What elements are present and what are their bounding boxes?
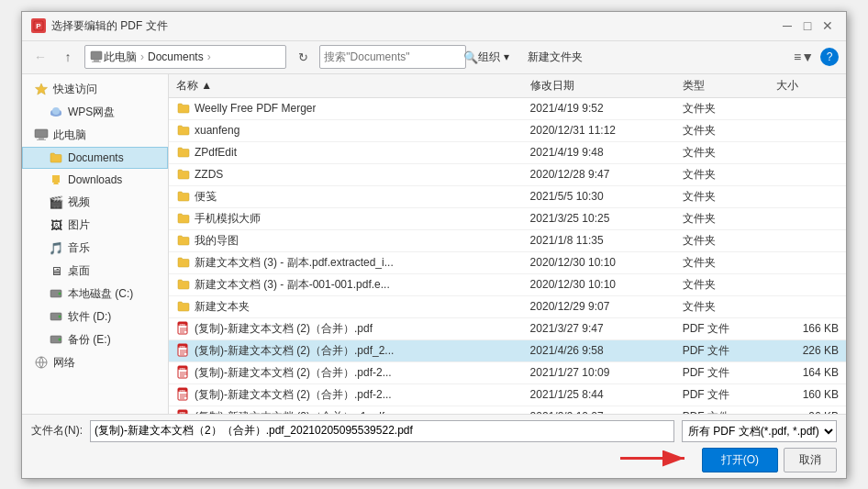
cell-date: 2021/4/19 9:48 — [523, 141, 675, 163]
maximize-button[interactable]: □ — [798, 17, 817, 35]
cell-type: PDF 文件 — [675, 361, 769, 383]
table-row[interactable]: 手机模拟大师2021/3/25 10:25文件夹 — [169, 207, 846, 229]
sidebar-item-network[interactable]: 网络 — [22, 351, 168, 374]
sidebar-item-software-d[interactable]: 软件 (D:) — [22, 306, 168, 328]
svg-rect-10 — [35, 129, 48, 138]
table-row[interactable]: 我的导图2021/1/8 11:35文件夹 — [169, 229, 846, 251]
svg-point-9 — [52, 107, 60, 115]
svg-point-16 — [59, 316, 61, 318]
folder-icon — [176, 255, 191, 270]
svg-rect-12 — [37, 139, 46, 140]
sidebar-item-videos[interactable]: 🎬视频 — [22, 191, 168, 214]
folder-icon — [176, 233, 191, 248]
sidebar-label-local-c: 本地磁盘 (C:) — [68, 286, 133, 302]
help-button[interactable]: ? — [820, 48, 839, 66]
sidebar-item-pictures[interactable]: 🖼图片 — [22, 214, 168, 237]
folder-icon — [176, 145, 191, 160]
sidebar-item-wps-cloud[interactable]: WPS网盘 — [22, 101, 168, 124]
new-folder-button[interactable]: 新建文件夹 — [521, 47, 589, 68]
cell-name: PDF(复制)-新建文本文档 (2)（合并）_1.pdf — [169, 406, 523, 414]
cell-name: PDF(复制)-新建文本文档 (2)（合并）.pdf_2... — [169, 339, 523, 361]
cell-size — [769, 207, 846, 229]
open-button[interactable]: 打开(O) — [702, 448, 778, 472]
cell-date: 2021/4/19 9:52 — [523, 97, 675, 119]
minimize-button[interactable]: ─ — [778, 17, 796, 35]
cell-name: PDF(复制)-新建文本文档 (2)（合并）.pdf-2... — [169, 361, 523, 383]
sidebar-label-backup-e: 备份 (E:) — [68, 332, 111, 348]
sidebar-label-videos: 视频 — [68, 194, 90, 210]
col-name[interactable]: 名称 ▲ — [169, 74, 523, 98]
table-row[interactable]: PDF(复制)-新建文本文档 (2)（合并）.pdf_2...2021/4/26… — [169, 339, 846, 361]
table-row[interactable]: 新建文本文档 (3) - 副本-001-001.pdf.e...2020/12/… — [169, 273, 846, 295]
drive-icon — [49, 286, 63, 301]
table-row[interactable]: 便笺2021/5/5 10:30文件夹 — [169, 185, 846, 207]
arrow-svg — [620, 440, 694, 477]
cell-date: 2021/3/25 10:25 — [523, 207, 675, 229]
cell-type: 文件夹 — [675, 97, 769, 119]
filename-input[interactable] — [90, 420, 674, 442]
svg-point-18 — [59, 339, 61, 341]
table-row[interactable]: PDF(复制)-新建文本文档 (2)（合并）_1.pdf2021/2/9 10:… — [169, 406, 846, 414]
cell-size — [769, 185, 846, 207]
music-icon: 🎵 — [49, 240, 63, 255]
cancel-button[interactable]: 取消 — [784, 448, 837, 472]
folder-icon — [176, 167, 191, 182]
sidebar-item-desktop[interactable]: 🖥桌面 — [22, 260, 168, 283]
filetype-select[interactable]: 所有 PDF 文档(*.pdf, *.pdf) — [682, 420, 837, 442]
view-toggle-button[interactable]: ≡▼ — [793, 46, 815, 68]
table-row[interactable]: 新建文本夹2020/12/29 9:07文件夹 — [169, 295, 846, 317]
col-type[interactable]: 类型 — [675, 74, 769, 98]
sidebar-item-backup-e[interactable]: 备份 (E:) — [22, 328, 168, 351]
table-row[interactable]: PDF(复制)-新建文本文档 (2)（合并）.pdf-2...2021/1/25… — [169, 383, 846, 406]
sidebar-item-quick-access[interactable]: 快速访问 — [22, 78, 168, 101]
dialog-title: 选择要编辑的 PDF 文件 — [51, 18, 168, 34]
organize-button[interactable]: 组织 ▾ — [472, 47, 515, 68]
table-row[interactable]: PDF(复制)-新建文本文档 (2)（合并）.pdf2021/3/27 9:47… — [169, 317, 846, 339]
col-size[interactable]: 大小 — [769, 74, 846, 98]
drive-icon — [49, 309, 63, 324]
svg-text:P: P — [36, 22, 41, 30]
cell-date: 2021/1/27 10:09 — [523, 361, 675, 383]
col-date[interactable]: 修改日期 — [523, 74, 675, 98]
folder-icon — [176, 189, 191, 204]
cell-date: 2020/12/29 9:07 — [523, 295, 675, 317]
cell-name: ZZDS — [169, 163, 523, 185]
sidebar-item-this-pc[interactable]: 此电脑 — [22, 124, 168, 147]
nav-toolbar: ← ↑ 此电脑 › Documents › ↻ 🔍 组织 ▾ 新建文件夹 ≡▼ … — [22, 41, 846, 74]
table-row[interactable]: PDF(复制)-新建文本文档 (2)（合并）.pdf-2...2021/1/27… — [169, 361, 846, 383]
sidebar-label-desktop: 桌面 — [68, 263, 90, 279]
star-icon — [34, 82, 49, 96]
refresh-button[interactable]: ↻ — [292, 46, 314, 68]
up-button[interactable]: ↑ — [57, 46, 79, 68]
table-row[interactable]: xuanfeng2020/12/31 11:12文件夹 — [169, 119, 846, 141]
video-icon: 🎬 — [49, 194, 63, 209]
sidebar-label-music: 音乐 — [68, 240, 90, 256]
table-row[interactable]: Weelly Free PDF Merger2021/4/19 9:52文件夹 — [169, 97, 846, 119]
cell-name: PDF(复制)-新建文本文档 (2)（合并）.pdf-2... — [169, 383, 523, 406]
svg-rect-11 — [39, 138, 44, 139]
cell-type: 文件夹 — [675, 163, 769, 185]
main-area: 快速访问WPS网盘此电脑DocumentsDownloads🎬视频🖼图片🎵音乐🖥… — [22, 74, 846, 414]
cell-size — [769, 119, 846, 141]
table-row[interactable]: 新建文本文档 (3) - 副本.pdf.extracted_i...2020/1… — [169, 251, 846, 273]
cell-size — [769, 273, 846, 295]
svg-marker-5 — [36, 83, 48, 94]
sidebar-item-downloads[interactable]: Downloads — [22, 169, 168, 191]
back-button[interactable]: ← — [29, 46, 51, 68]
close-button[interactable]: ✕ — [818, 17, 837, 35]
sidebar-item-local-c[interactable]: 本地磁盘 (C:) — [22, 283, 168, 306]
search-input[interactable] — [324, 50, 462, 63]
cell-date: 2021/3/27 9:47 — [523, 317, 675, 339]
svg-text:PDF: PDF — [180, 368, 187, 372]
sidebar-label-documents: Documents — [68, 151, 124, 164]
cell-type: PDF 文件 — [675, 339, 769, 361]
cell-name: 新建文本夹 — [169, 295, 523, 317]
breadcrumb-pc: 此电脑 › Documents › — [104, 50, 213, 65]
table-row[interactable]: ZZDS2020/12/28 9:47文件夹 — [169, 163, 846, 185]
table-row[interactable]: ZPdfEdit2021/4/19 9:48文件夹 — [169, 141, 846, 163]
cell-date: 2021/2/9 10:07 — [523, 406, 675, 414]
sidebar-item-music[interactable]: 🎵音乐 — [22, 237, 168, 260]
search-bar: 🔍 — [319, 45, 466, 69]
sidebar-item-documents[interactable]: Documents — [22, 147, 168, 169]
cell-type: 文件夹 — [675, 119, 769, 141]
